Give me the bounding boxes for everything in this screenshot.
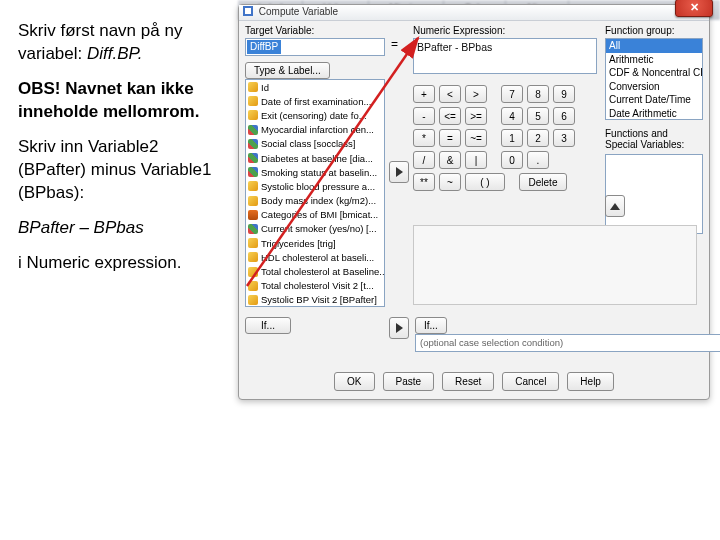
variable-list-item[interactable]: Body mass index (kg/m2)... — [246, 194, 384, 208]
reset-button[interactable]: Reset — [442, 372, 494, 391]
scale-measure-icon — [248, 252, 258, 262]
instruction-line-1: Skriv først navn på ny variabel: Diff.BP… — [18, 20, 228, 66]
keypad--button[interactable]: / — [413, 151, 435, 169]
keypad-7-button[interactable]: 7 — [501, 85, 523, 103]
help-button[interactable]: Help — [567, 372, 614, 391]
keypad-2-button[interactable]: 2 — [527, 129, 549, 147]
target-variable-input[interactable]: DiffBP — [245, 38, 385, 56]
variable-list-item[interactable]: Diabetes at baseline [dia... — [246, 151, 384, 165]
keypad-9-button[interactable]: 9 — [553, 85, 575, 103]
scale-measure-icon — [248, 82, 258, 92]
function-description-box — [413, 225, 697, 305]
close-button[interactable]: ✕ — [675, 0, 713, 17]
variable-list-item[interactable]: Systolic BP Visit 2 [BPafter] — [246, 293, 384, 307]
variable-list-item[interactable]: Categories of BMI [bmicat... — [246, 208, 384, 222]
target-variable-label: Target Variable: — [245, 25, 385, 36]
paste-button[interactable]: Paste — [383, 372, 435, 391]
function-group-item[interactable]: Current Date/Time — [606, 93, 702, 107]
keypad--button[interactable]: >= — [465, 107, 487, 125]
function-group-list[interactable]: AllArithmeticCDF & Noncentral CDFConvers… — [605, 38, 703, 120]
function-group-item[interactable]: CDF & Noncentral CDF — [606, 66, 702, 80]
variable-label: Date of first examination... — [261, 96, 371, 107]
expression-text: BPafter - BPbas — [417, 41, 492, 53]
keypad-1-button[interactable]: 1 — [501, 129, 523, 147]
keypad--button[interactable]: * — [413, 129, 435, 147]
cancel-button[interactable]: Cancel — [502, 372, 559, 391]
compute-variable-dialog: Compute Variable ✕ Target Variable: Diff… — [238, 4, 710, 400]
keypad-5-button[interactable]: 5 — [527, 107, 549, 125]
if-condition-input[interactable]: (optional case selection condition) — [415, 334, 720, 352]
function-group-item[interactable]: All — [606, 39, 702, 53]
keypad--button[interactable]: > — [465, 85, 487, 103]
keypad-6-button[interactable]: 6 — [553, 107, 575, 125]
keypad-4-button[interactable]: 4 — [501, 107, 523, 125]
variable-label: Body mass index (kg/m2)... — [261, 195, 376, 206]
variable-label: Current smoker (yes/no) [... — [261, 223, 377, 234]
numeric-expression-section: Numeric Expression: BPafter - BPbas — [413, 25, 599, 74]
instruction-panel: Skriv først navn på ny variabel: Diff.BP… — [18, 20, 228, 286]
numeric-expression-label: Numeric Expression: — [413, 25, 599, 36]
variable-list-item[interactable]: Myocardial infarction cen... — [246, 123, 384, 137]
variable-label: Diabetes at baseline [dia... — [261, 153, 373, 164]
arrow-right-icon — [396, 167, 403, 177]
numeric-expression-input[interactable]: BPafter - BPbas — [413, 38, 597, 74]
keypad-0-button[interactable]: 0 — [501, 151, 523, 169]
variable-label: Total cholesterol at Baseline... — [261, 266, 384, 277]
keypad--button[interactable]: . — [527, 151, 549, 169]
variable-list-item[interactable]: Date of first examination... — [246, 94, 384, 108]
variable-list-item[interactable]: Id — [246, 80, 384, 94]
keypad--button[interactable]: - — [413, 107, 435, 125]
instruction-line-3: Skriv inn Variable2 (BPafter) minus Vari… — [18, 136, 228, 205]
type-and-label-button[interactable]: Type & Label... — [245, 62, 330, 79]
keypad--button[interactable]: <= — [439, 107, 461, 125]
function-group-item[interactable]: Arithmetic — [606, 53, 702, 67]
scale-measure-icon — [248, 295, 258, 305]
variable-list-item[interactable]: Current smoker (yes/no) [... — [246, 222, 384, 236]
variable-list-item[interactable]: Total cholesterol at Baseline... — [246, 264, 384, 278]
variable-label: HDL cholesterol at baseli... — [261, 252, 374, 263]
calculator-keypad: +<>789-<=>=456*=~=123/&|0.**~( )Delete — [413, 85, 613, 195]
scale-measure-icon — [248, 110, 258, 120]
keypad--button[interactable]: ** — [413, 173, 435, 191]
functions-special-label: Functions and Special Variables: — [605, 128, 703, 150]
keypad--button[interactable]: = — [439, 129, 461, 147]
variable-list-item[interactable]: Exit (censoring) date fo... — [246, 108, 384, 122]
dialog-title: Compute Variable — [259, 6, 338, 17]
variable-list-item[interactable]: Smoking status at baselin... — [246, 165, 384, 179]
functions-special-list[interactable] — [605, 154, 703, 234]
keypad--button[interactable]: ( ) — [465, 173, 505, 191]
function-group-item[interactable]: Date Arithmetic — [606, 107, 702, 121]
keypad--button[interactable]: ~ — [439, 173, 461, 191]
variable-list-item[interactable]: Systolic blood pressure a... — [246, 179, 384, 193]
keypad--button[interactable]: + — [413, 85, 435, 103]
scale-measure-icon — [248, 238, 258, 248]
nominal-measure-icon — [248, 167, 258, 177]
variable-list-item[interactable]: Total cholesterol Visit 2 [t... — [246, 279, 384, 293]
variable-list-item[interactable]: Triglycerides [trig] — [246, 236, 384, 250]
keypad-Delete-button[interactable]: Delete — [519, 173, 567, 191]
text-italic: Diff.BP. — [87, 44, 142, 63]
move-to-if-button[interactable] — [389, 317, 409, 339]
if-button-left[interactable]: If... — [245, 317, 291, 334]
keypad--button[interactable]: < — [439, 85, 461, 103]
keypad--button[interactable]: ~= — [465, 129, 487, 147]
if-button[interactable]: If... — [415, 317, 447, 334]
function-group-item[interactable]: Conversion — [606, 80, 702, 94]
variable-list[interactable]: IdDate of first examination...Exit (cens… — [245, 79, 385, 307]
nominal-measure-icon — [248, 125, 258, 135]
ok-button[interactable]: OK — [334, 372, 374, 391]
keypad-8-button[interactable]: 8 — [527, 85, 549, 103]
keypad-3-button[interactable]: 3 — [553, 129, 575, 147]
ordinal-measure-icon — [248, 210, 258, 220]
insert-function-button[interactable] — [605, 195, 625, 217]
keypad--button[interactable]: | — [465, 151, 487, 169]
variable-label: Categories of BMI [bmicat... — [261, 209, 378, 220]
variable-list-item[interactable]: HDL cholesterol at baseli... — [246, 250, 384, 264]
variable-list-item[interactable]: Social class [socclass] — [246, 137, 384, 151]
instruction-line-4: BPafter – BPbas — [18, 217, 228, 240]
app-icon — [243, 6, 253, 16]
nominal-measure-icon — [248, 153, 258, 163]
instruction-line-5: i Numeric expression. — [18, 252, 228, 275]
move-to-expression-button[interactable] — [389, 161, 409, 183]
keypad--button[interactable]: & — [439, 151, 461, 169]
